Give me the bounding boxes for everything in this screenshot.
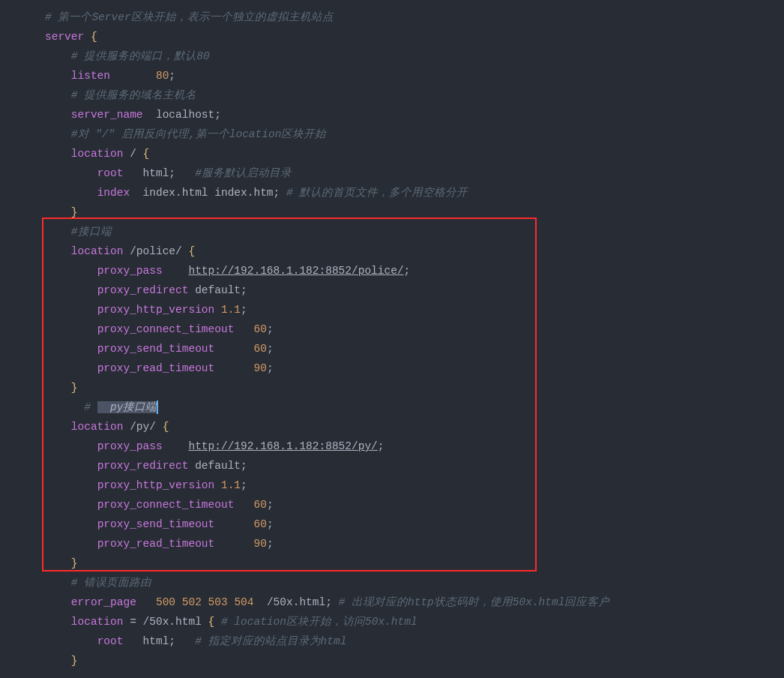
code-line: root html; # 指定对应的站点目录为html [45,632,784,651]
code-line: # 提供服务的域名主机名 [45,86,784,105]
code-line: server { [45,27,784,46]
code-line: # 错误页面路由 [45,573,784,592]
code-line: root html; #服务默认启动目录 [45,164,784,183]
code-line: proxy_redirect default; [45,280,784,300]
selected-text: py接口端 [97,401,157,413]
code-line: } [45,378,784,398]
code-line: # 第一个Server区块开始，表示一个独立的虚拟主机站点 [45,8,784,27]
code-line: } [45,651,784,670]
code-line: proxy_http_version 1.1; [45,300,784,320]
code-line: proxy_pass http://192.168.1.182:8852/pol… [45,261,784,280]
arrow-annotation [0,670,784,678]
code-line: location = /50x.html { # location区块开始，访问… [45,612,784,632]
code-line: # 提供服务的端口，默认80 [45,46,784,66]
code-line: proxy_send_timeout 60; [45,514,784,534]
code-line: proxy_connect_timeout 60; [45,495,784,514]
text-cursor [157,400,158,414]
code-line: index index.html index.htm; # 默认的首页文件，多个… [45,183,784,202]
code-line: proxy_pass http://192.168.1.182:8852/py/… [45,436,784,456]
code-line: location /py/ { [45,417,784,436]
code-line: #对 "/" 启用反向代理,第一个location区块开始 [45,124,784,144]
code-line: error_page 500 502 503 504 /50x.html; # … [45,592,784,612]
code-line: proxy_read_timeout 90; [45,358,784,378]
code-line: proxy_read_timeout 90; [45,534,784,554]
code-line: server_name localhost; [45,105,784,124]
code-editor[interactable]: # 第一个Server区块开始，表示一个独立的虚拟主机站点 server { #… [0,0,784,670]
code-line: } [45,554,784,573]
code-line: location /police/ { [45,242,784,261]
code-line: location / { [45,144,784,164]
code-line: proxy_http_version 1.1; [45,476,784,495]
code-line: } [45,202,784,222]
code-line: proxy_connect_timeout 60; [45,320,784,339]
code-line: # py接口端 [45,398,784,417]
code-line: #接口端 [45,222,784,242]
code-line: listen 80; [45,66,784,86]
code-line: proxy_redirect default; [45,456,784,476]
code-line: proxy_send_timeout 60; [45,339,784,358]
